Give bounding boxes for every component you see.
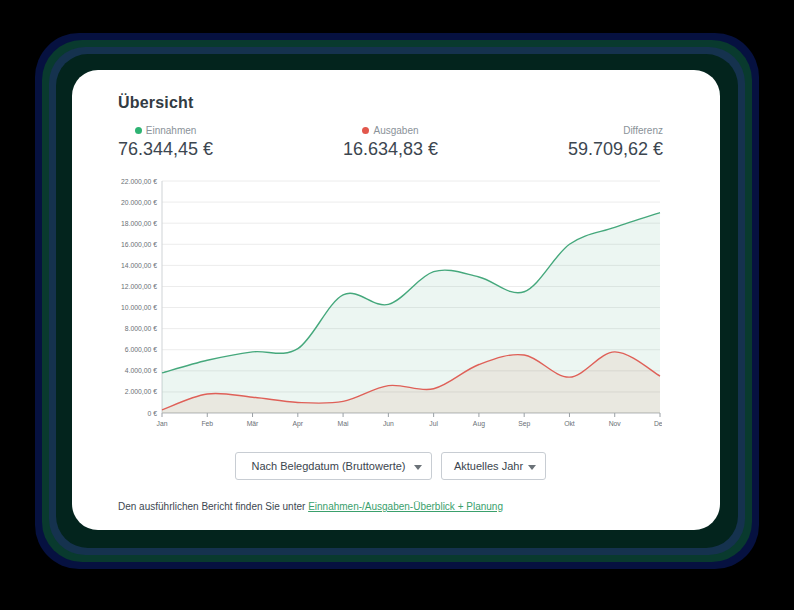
y-axis-tick-label: 16.000,00 € xyxy=(121,241,157,248)
report-link[interactable]: Einnahmen-/Ausgaben-Überblick + Planung xyxy=(308,501,503,512)
x-axis-tick-label: Mai xyxy=(338,420,349,427)
stat-differenz: Differenz 59.709,62 € xyxy=(568,125,663,160)
x-axis-tick-label: Nov xyxy=(609,420,622,427)
y-axis-tick-label: 12.000,00 € xyxy=(121,283,157,290)
y-axis-tick-label: 2.000,00 € xyxy=(125,388,157,395)
year-dropdown[interactable]: Aktuelles Jahr xyxy=(441,452,546,480)
x-axis-tick-label: Aug xyxy=(473,420,485,428)
x-axis-tick-label: Jan xyxy=(157,420,168,427)
y-axis-tick-label: 6.000,00 € xyxy=(125,346,157,353)
year-dropdown-value: Aktuelles Jahr xyxy=(454,460,523,472)
date-type-dropdown-value: Nach Belegdatum (Bruttowerte) xyxy=(251,460,405,472)
y-axis-tick-label: 8.000,00 € xyxy=(125,325,157,332)
differenz-value: 59.709,62 € xyxy=(568,139,663,160)
x-axis-tick-label: Jul xyxy=(429,420,438,427)
einnahmen-dot-icon xyxy=(135,127,142,134)
y-axis-tick-label: 18.000,00 € xyxy=(121,220,157,227)
chevron-down-icon xyxy=(414,465,422,470)
x-axis-tick-label: Feb xyxy=(201,420,213,427)
income-expense-area-chart: 0 €2.000,00 €4.000,00 €6.000,00 €8.000,0… xyxy=(118,175,663,437)
x-axis-tick-label: Mär xyxy=(247,420,259,427)
differenz-label: Differenz xyxy=(623,125,663,136)
stat-einnahmen: Einnahmen 76.344,45 € xyxy=(118,125,213,160)
stat-ausgaben: Ausgaben 16.634,83 € xyxy=(343,125,438,160)
einnahmen-label: Einnahmen xyxy=(146,125,197,136)
x-axis-tick-label: Jun xyxy=(383,420,394,427)
x-axis-tick-label: Sep xyxy=(518,420,530,428)
y-axis-tick-label: 20.000,00 € xyxy=(121,199,157,206)
ausgaben-dot-icon xyxy=(362,127,369,134)
report-hint-text: Den ausführlichen Bericht finden Sie unt… xyxy=(118,501,308,512)
chevron-down-icon xyxy=(528,465,536,470)
report-hint: Den ausführlichen Bericht finden Sie unt… xyxy=(118,501,663,512)
ausgaben-value: 16.634,83 € xyxy=(343,139,438,160)
y-axis-tick-label: 0 € xyxy=(148,410,158,417)
y-axis-tick-label: 22.000,00 € xyxy=(121,178,157,185)
overview-card: Übersicht Einnahmen 76.344,45 € Ausgaben… xyxy=(72,70,720,530)
y-axis-tick-label: 4.000,00 € xyxy=(125,367,157,374)
x-axis-tick-label: Okt xyxy=(564,420,575,427)
stats-row: Einnahmen 76.344,45 € Ausgaben 16.634,83… xyxy=(118,125,663,160)
x-axis-tick-label: Dez xyxy=(654,420,662,427)
y-axis-tick-label: 10.000,00 € xyxy=(121,304,157,311)
ausgaben-label: Ausgaben xyxy=(373,125,418,136)
einnahmen-value: 76.344,45 € xyxy=(118,139,213,160)
chart-controls: Nach Belegdatum (Bruttowerte) Aktuelles … xyxy=(118,452,663,480)
page-title: Übersicht xyxy=(118,94,663,112)
date-type-dropdown[interactable]: Nach Belegdatum (Bruttowerte) xyxy=(235,452,432,480)
y-axis-tick-label: 14.000,00 € xyxy=(121,262,157,269)
x-axis-tick-label: Apr xyxy=(293,420,304,428)
